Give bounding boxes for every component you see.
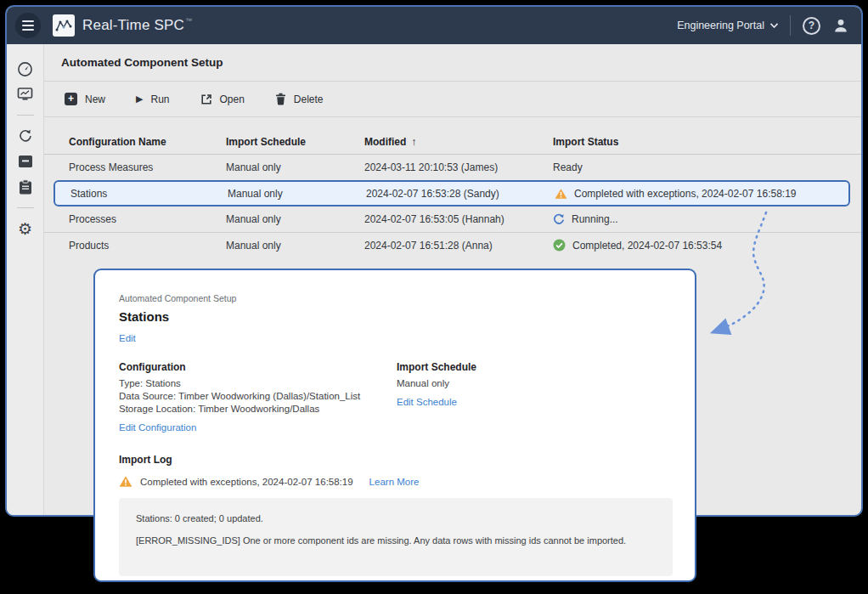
user-account-icon[interactable] bbox=[832, 17, 849, 34]
import-schedule-value: Manual only bbox=[397, 377, 671, 390]
configuration-heading: Configuration bbox=[119, 361, 397, 373]
portal-selector[interactable]: Engineering Portal bbox=[677, 20, 778, 31]
table-row[interactable]: Products Manual only 2024-02-07 16:51:28… bbox=[44, 232, 861, 257]
warning-icon bbox=[555, 188, 567, 200]
col-import-status[interactable]: Import Status bbox=[553, 136, 861, 148]
col-import-schedule[interactable]: Import Schedule bbox=[226, 136, 364, 148]
sidebar-divider bbox=[17, 207, 34, 208]
app-title: Real-Time SPC™ bbox=[82, 17, 192, 34]
import-schedule-heading: Import Schedule bbox=[397, 361, 671, 373]
clipboard-icon[interactable] bbox=[14, 176, 37, 198]
portal-label: Engineering Portal bbox=[677, 20, 764, 31]
dashboard-gauge-icon[interactable] bbox=[14, 58, 37, 80]
sidebar: ⚙ bbox=[7, 44, 44, 515]
charts-monitor-icon[interactable] bbox=[14, 83, 37, 105]
configuration-storage-location: Storage Location: Timber Woodworking/Dal… bbox=[119, 403, 397, 416]
configuration-type: Type: Stations bbox=[119, 377, 397, 390]
settings-gear-icon[interactable]: ⚙ bbox=[14, 218, 37, 240]
import-log-status-text: Completed with exceptions, 2024-02-07 16… bbox=[140, 477, 353, 487]
detail-panel: Automated Component Setup Stations Edit … bbox=[93, 269, 696, 582]
import-log-heading: Import Log bbox=[119, 454, 671, 466]
panel-title: Stations bbox=[119, 309, 671, 324]
plus-icon: + bbox=[65, 93, 77, 105]
status-text: Ready bbox=[553, 161, 583, 173]
table-row[interactable]: Process Measures Manual only 2024-03-11 … bbox=[44, 155, 861, 180]
header-divider bbox=[790, 15, 791, 36]
app-logo-icon bbox=[53, 14, 75, 37]
data-box-icon[interactable] bbox=[14, 150, 37, 173]
trash-icon bbox=[275, 93, 286, 105]
run-button[interactable]: ▶ Run bbox=[136, 93, 169, 105]
edit-link[interactable]: Edit bbox=[119, 333, 136, 343]
open-external-icon bbox=[200, 93, 212, 105]
status-text: Completed with exceptions, 2024-02-07 16… bbox=[574, 188, 797, 200]
configuration-data-source: Data Source: Timber Woodworking (Dallas)… bbox=[119, 390, 397, 403]
running-refresh-icon bbox=[553, 213, 565, 225]
success-check-icon bbox=[553, 239, 566, 252]
status-text: Running... bbox=[572, 213, 618, 225]
learn-more-link[interactable]: Learn More bbox=[369, 477, 420, 487]
table-header-row: Configuration Name Import Schedule Modif… bbox=[44, 129, 861, 155]
play-icon: ▶ bbox=[136, 94, 143, 104]
import-log-box: Stations: 0 created; 0 updated. [ERROR_M… bbox=[119, 498, 673, 576]
configuration-section: Configuration Type: Stations Data Source… bbox=[119, 361, 397, 434]
top-header: Real-Time SPC™ Engineering Portal ? bbox=[7, 7, 861, 44]
panel-breadcrumb: Automated Component Setup bbox=[119, 293, 671, 303]
hamburger-menu-icon[interactable] bbox=[15, 13, 41, 38]
edit-configuration-link[interactable]: Edit Configuration bbox=[119, 422, 196, 433]
table-row-selected[interactable]: Stations Manual only 2024-02-07 16:53:28… bbox=[54, 180, 850, 206]
delete-button[interactable]: Delete bbox=[275, 93, 324, 105]
chevron-down-icon bbox=[770, 23, 778, 28]
log-line: [ERROR_MISSING_IDS] One or more componen… bbox=[136, 535, 656, 546]
status-text: Completed, 2024-02-07 16:53:54 bbox=[572, 240, 722, 252]
help-icon[interactable]: ? bbox=[803, 17, 820, 35]
col-modified[interactable]: Modified↑ bbox=[364, 136, 553, 148]
open-button[interactable]: Open bbox=[200, 93, 245, 105]
toolbar: + New ▶ Run Open bbox=[44, 82, 861, 117]
trademark: ™ bbox=[185, 17, 192, 25]
configurations-table: Configuration Name Import Schedule Modif… bbox=[44, 129, 861, 257]
new-button[interactable]: + New bbox=[65, 93, 105, 105]
log-line: Stations: 0 created; 0 updated. bbox=[136, 513, 656, 523]
import-schedule-section: Import Schedule Manual only Edit Schedul… bbox=[397, 361, 671, 434]
warning-icon bbox=[119, 475, 132, 488]
sync-icon[interactable] bbox=[14, 125, 37, 147]
sidebar-divider bbox=[17, 115, 34, 116]
edit-schedule-link[interactable]: Edit Schedule bbox=[397, 397, 457, 407]
col-configuration-name[interactable]: Configuration Name bbox=[69, 136, 226, 148]
page-title: Automated Component Setup bbox=[61, 56, 223, 69]
table-row[interactable]: Processes Manual only 2024-02-07 16:53:0… bbox=[44, 206, 861, 232]
sort-ascending-icon: ↑ bbox=[411, 136, 416, 148]
